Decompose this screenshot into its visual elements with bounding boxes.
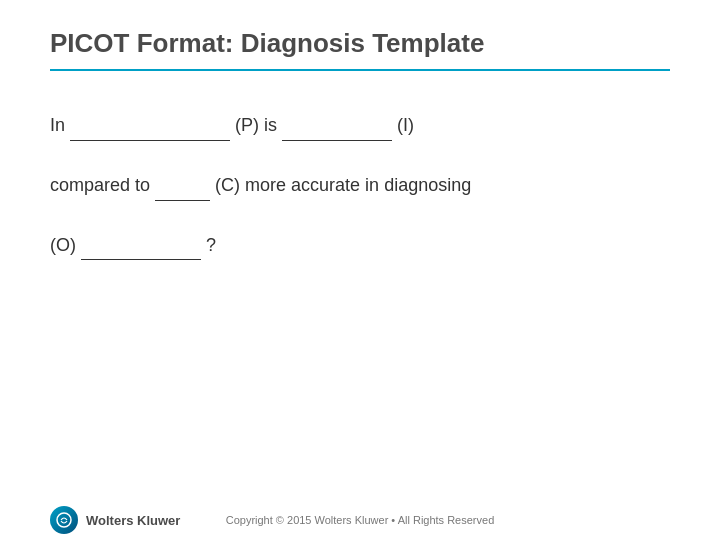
line2-blank: [155, 171, 210, 201]
wolters-kluwer-svg: [56, 512, 72, 528]
line3-prefix: (O): [50, 235, 81, 255]
line2-prefix: compared to: [50, 175, 155, 195]
page-container: PICOT Format: Diagnosis Template In (P) …: [0, 0, 720, 540]
line3-suffix: ?: [206, 235, 216, 255]
line-1: In (P) is (I): [50, 111, 670, 141]
header-section: PICOT Format: Diagnosis Template: [0, 0, 720, 101]
logo-area: Wolters Kluwer: [50, 506, 180, 534]
title-divider: [50, 69, 670, 71]
line-2: compared to (C) more accurate in diagnos…: [50, 171, 670, 201]
line1-blank2: [282, 111, 392, 141]
line3-blank: [81, 231, 201, 261]
svg-point-0: [57, 513, 71, 527]
page-title: PICOT Format: Diagnosis Template: [50, 28, 670, 59]
line-3: (O) ?: [50, 231, 670, 261]
line1-blank1: [70, 111, 230, 141]
line1-prefix: In: [50, 115, 65, 135]
line2-suffix: (C) more accurate in diagnosing: [215, 175, 471, 195]
logo-text: Wolters Kluwer: [86, 513, 180, 528]
content-section: In (P) is (I) compared to (C) more accur…: [0, 101, 720, 504]
logo-icon: [50, 506, 78, 534]
footer: Wolters Kluwer Copyright © 2015 Wolters …: [0, 504, 720, 540]
line1-middle: (P) is: [235, 115, 282, 135]
line1-suffix: (I): [397, 115, 414, 135]
copyright-text: Copyright © 2015 Wolters Kluwer • All Ri…: [226, 514, 495, 526]
